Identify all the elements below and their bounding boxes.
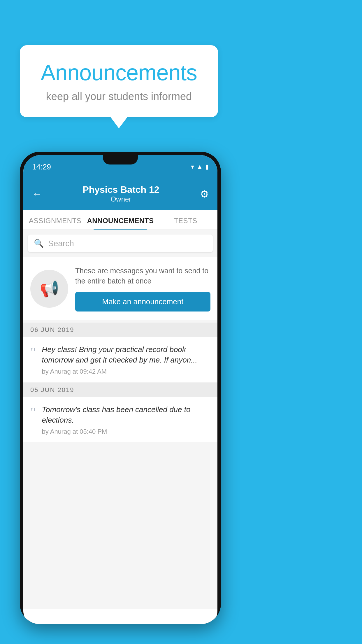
announcement-intro: 📢 These are messages you want to send to… (23, 257, 217, 320)
quote-icon-1: " (30, 345, 36, 359)
announcement-text-1: Hey class! Bring your practical record b… (42, 344, 210, 365)
phone-frame: 14:29 ▾ ▲ ▮ ← Physics Batch 12 Owner ⚙ A… (20, 152, 221, 624)
date-divider-2: 05 JUN 2019 (23, 383, 217, 397)
speech-bubble-container: Announcements keep all your students inf… (20, 45, 218, 117)
header-subtitle: Owner (82, 195, 159, 203)
status-time: 14:29 (32, 162, 51, 172)
content-area: 🔍 Search 📢 These are messages you want t… (23, 230, 217, 609)
tab-announcements[interactable]: ANNOUNCEMENTS (87, 210, 154, 230)
app-header: ← Physics Batch 12 Owner ⚙ (23, 178, 217, 210)
search-icon: 🔍 (34, 239, 44, 248)
phone-screen: 14:29 ▾ ▲ ▮ ← Physics Batch 12 Owner ⚙ A… (23, 155, 217, 624)
status-icons: ▾ ▲ ▮ (191, 163, 209, 171)
bubble-subtitle: keep all your students informed (37, 90, 201, 103)
announcement-icon-circle: 📢 (30, 270, 68, 308)
announcement-item-1[interactable]: " Hey class! Bring your practical record… (23, 337, 217, 383)
status-bar: 14:29 ▾ ▲ ▮ (23, 155, 217, 178)
gear-icon[interactable]: ⚙ (200, 188, 209, 200)
tabs-bar: ASSIGNMENTS ANNOUNCEMENTS TESTS (23, 210, 217, 230)
announcement-text-wrap-2: Tomorrow's class has been cancelled due … (42, 404, 210, 435)
search-placeholder: Search (48, 239, 74, 248)
announcement-item-2[interactable]: " Tomorrow's class has been cancelled du… (23, 397, 217, 443)
back-button[interactable]: ← (32, 188, 42, 200)
tab-tests[interactable]: TESTS (154, 210, 217, 230)
tab-assignments[interactable]: ASSIGNMENTS (23, 210, 87, 230)
announcement-meta-2: by Anurag at 05:40 PM (42, 428, 210, 435)
announcement-intro-right: These are messages you want to send to t… (75, 266, 210, 312)
make-announcement-button[interactable]: Make an announcement (75, 292, 210, 312)
speech-bubble: Announcements keep all your students inf… (20, 45, 218, 117)
bubble-title: Announcements (37, 60, 201, 85)
search-bar[interactable]: 🔍 Search (28, 235, 213, 252)
date-divider-1: 06 JUN 2019 (23, 323, 217, 337)
header-center: Physics Batch 12 Owner (82, 184, 159, 203)
battery-icon: ▮ (205, 163, 209, 171)
announcement-meta-1: by Anurag at 09:42 AM (42, 368, 210, 375)
header-title: Physics Batch 12 (82, 184, 159, 195)
signal-icon: ▲ (196, 163, 203, 171)
notch (103, 155, 138, 164)
announcement-text-wrap-1: Hey class! Bring your practical record b… (42, 344, 210, 375)
quote-icon-2: " (30, 405, 36, 419)
wifi-icon: ▾ (191, 163, 194, 171)
megaphone-icon: 📢 (40, 279, 59, 298)
intro-text: These are messages you want to send to t… (75, 266, 210, 286)
announcement-text-2: Tomorrow's class has been cancelled due … (42, 404, 210, 426)
